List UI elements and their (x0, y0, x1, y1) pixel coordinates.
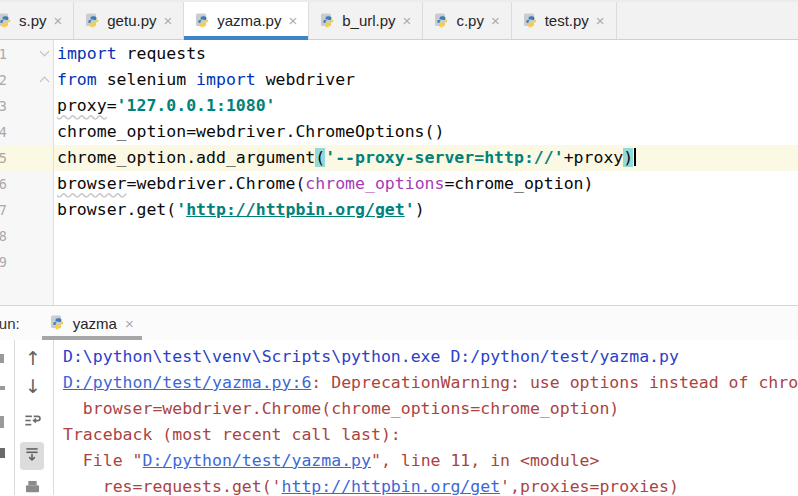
console-text: D:\python\test\venv\Scripts\python.exe D… (63, 347, 679, 366)
console-line: File "D:/python/test/yazma.py", line 11,… (0, 448, 798, 474)
code-line[interactable]: 9 (0, 249, 798, 275)
console-line: browser=webdriver.Chrome(chrome_options=… (0, 396, 798, 422)
line-number: 2 (0, 67, 7, 93)
tab-label: c.py (456, 12, 484, 29)
python-file-icon (0, 13, 13, 29)
tab-s.py[interactable]: s.py× (0, 2, 74, 39)
close-icon[interactable]: × (403, 12, 412, 29)
gutter-separator (53, 40, 54, 305)
console-line: D:/python/test/yazma.py:6: DeprecationWa… (0, 370, 798, 396)
python-file-icon (85, 13, 101, 29)
code-segment: '127.0.0.1:1080' (117, 96, 276, 115)
console-link[interactable]: D:/python/test/yazma.py (142, 451, 370, 470)
run-tab-label: yazma (73, 315, 117, 332)
code-segment: chrome_option=webdriver.ChromeOptions() (57, 122, 444, 141)
console-output: D:\python\test\venv\Scripts\python.exe D… (0, 344, 798, 495)
console-text: ',proxies=proxies) (500, 477, 679, 495)
tab-test.py[interactable]: test.py× (512, 2, 617, 39)
tab-label: yazma.py (217, 12, 281, 29)
code-segment: ' (405, 200, 415, 219)
tab-yazma.py[interactable]: yazma.py× (184, 2, 309, 39)
python-file-icon (50, 315, 66, 331)
tab-c.py[interactable]: c.py× (423, 2, 511, 39)
close-icon[interactable]: × (491, 12, 500, 29)
code-segment: proxy (57, 96, 107, 115)
console-link[interactable]: D:/python/test/yazma.py:6 (63, 373, 311, 392)
console-line: res=requests.get('http://httpbin.org/get… (0, 474, 798, 495)
console-text: ", line 11, in <module> (371, 451, 599, 470)
code-segment: ( (315, 148, 325, 167)
run-panel-label: Run: (0, 315, 20, 332)
console-line: Traceback (most recent call last): (0, 422, 798, 448)
line-number: 4 (0, 119, 7, 145)
code-segment: ) (415, 200, 425, 219)
close-icon[interactable]: × (596, 12, 605, 29)
code-segment: browser.get( (57, 200, 176, 219)
tab-label: getu.py (107, 12, 156, 29)
console-text: File " (63, 451, 142, 470)
line-number: 5 (0, 145, 7, 171)
console-link[interactable]: http://httpbin.org/get (282, 477, 501, 495)
fold-up-icon[interactable] (40, 77, 50, 87)
close-icon[interactable]: × (164, 12, 173, 29)
run-tab-yazma[interactable]: yazma × (40, 306, 144, 340)
fold-down-icon[interactable] (40, 47, 50, 57)
code-line[interactable]: 7browser.get('http://httpbin.org/get') (0, 197, 798, 223)
console-text: : DeprecationWarning: use options instea… (311, 373, 798, 392)
line-number: 8 (0, 223, 7, 249)
console-text: Traceback (most recent call last): (63, 425, 401, 444)
code-segment: =chrome_option) (444, 174, 593, 193)
tab-b_url.py[interactable]: b_url.py× (309, 2, 423, 39)
code-segment: '--proxy-server=http://' (325, 148, 563, 167)
close-icon[interactable]: × (125, 315, 134, 332)
code-segment: chrome_options (305, 174, 444, 193)
editor-lines: 1import requests2from selenium import we… (0, 41, 798, 275)
code-segment: from (57, 70, 97, 89)
code-line[interactable]: 4chrome_option=webdriver.ChromeOptions() (0, 119, 798, 145)
code-segment: = (107, 96, 117, 115)
editor-tab-bar: s.py×getu.py×yazma.py×b_url.py×c.py×test… (0, 0, 798, 40)
code-line[interactable]: 6browser=webdriver.Chrome(chrome_options… (0, 171, 798, 197)
code-line[interactable]: 1import requests (0, 41, 798, 67)
code-editor[interactable]: 1import requests2from selenium import we… (0, 40, 798, 305)
console-line: D:\python\test\venv\Scripts\python.exe D… (0, 344, 798, 370)
code-segment: browser (57, 174, 127, 193)
code-line[interactable]: 2from selenium import webdriver (0, 67, 798, 93)
code-segment: =webdriver.Chrome( (127, 174, 306, 193)
line-number: 6 (0, 171, 7, 197)
text-caret (634, 148, 636, 166)
tab-getu.py[interactable]: getu.py× (74, 2, 184, 39)
run-console[interactable]: ↑ ↓ D:\python\test\venv\Scripts\python.e… (0, 340, 798, 495)
code-segment: ) (623, 148, 633, 167)
console-text: res=requests.get(' (63, 477, 282, 495)
close-icon[interactable]: × (54, 12, 63, 29)
python-file-icon (523, 13, 539, 29)
code-segment: selenium (97, 70, 196, 89)
tab-label: s.py (19, 12, 47, 29)
code-segment: ' (176, 200, 186, 219)
code-segment: webdriver (256, 70, 355, 89)
python-file-icon (434, 13, 450, 29)
code-segment: requests (117, 44, 206, 63)
code-segment: import (57, 44, 117, 63)
python-file-icon (195, 13, 211, 29)
code-segment: +proxy (564, 148, 624, 167)
line-number: 7 (0, 197, 7, 223)
code-segment: chrome_option.add_argument (57, 148, 315, 167)
code-segment: import (196, 70, 256, 89)
line-number: 3 (0, 93, 7, 119)
tab-label: b_url.py (342, 12, 395, 29)
code-line[interactable]: 3proxy='127.0.0.1:1080' (0, 93, 798, 119)
code-segment[interactable]: http://httpbin.org/get (186, 200, 405, 219)
code-line[interactable]: 5chrome_option.add_argument('--proxy-ser… (0, 145, 798, 171)
run-panel-header: Run: yazma × (0, 305, 798, 340)
line-number: 9 (0, 249, 7, 275)
code-line[interactable]: 8 (0, 223, 798, 249)
python-file-icon (320, 13, 336, 29)
tab-label: test.py (545, 12, 589, 29)
console-text: browser=webdriver.Chrome(chrome_options=… (63, 399, 619, 418)
close-icon[interactable]: × (288, 12, 297, 29)
line-number: 1 (0, 41, 7, 67)
